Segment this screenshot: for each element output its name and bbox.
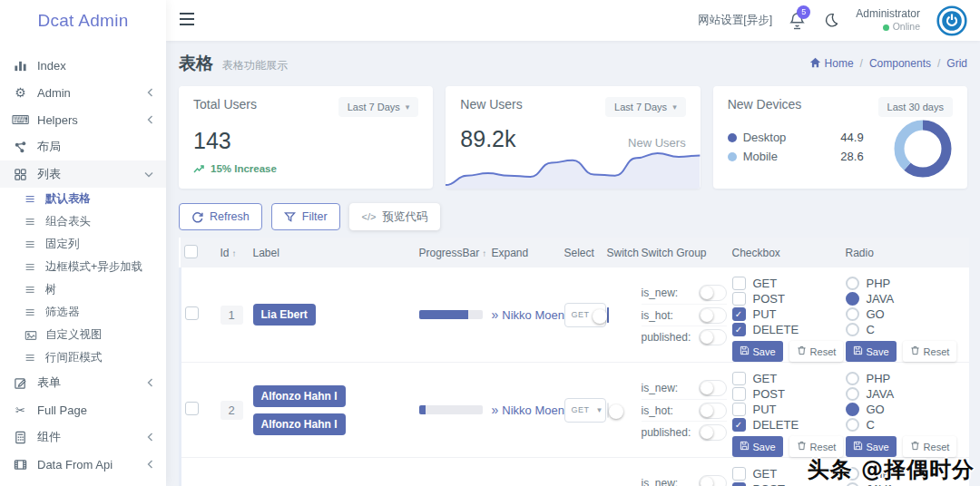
breadcrumb-item[interactable]: Home [809,57,854,71]
option-radio[interactable] [846,307,859,321]
row-checkbox[interactable] [185,402,199,415]
sidebar-item[interactable]: 列表 [0,160,166,188]
switch-label: is_hot: [642,404,699,417]
preview-code-button[interactable]: </> 预览代码 [349,203,441,230]
dark-mode-moon-icon[interactable] [823,13,839,29]
save-button[interactable]: Save [732,436,783,457]
option-checkbox[interactable]: ✓ [732,307,746,321]
breadcrumb-item[interactable]: Components [869,57,931,70]
avatar-power-logo[interactable] [936,5,967,36]
option-checkbox[interactable] [732,277,746,290]
group-switch[interactable] [699,380,727,396]
sidebar-subitem[interactable]: 边框模式+异步加载 [0,256,166,278]
filter-button[interactable]: Filter [271,203,340,230]
option-checkbox[interactable] [732,292,746,306]
option-label: GO [867,403,885,416]
sidebar-item-label: Helpers [37,113,78,127]
sort-up-icon[interactable]: ↑ [482,248,486,258]
option-label: POST [753,387,785,401]
sidebar-item[interactable]: 表单 [0,369,166,396]
group-switch[interactable] [699,475,727,486]
sidebar-item[interactable]: 组件 [0,423,166,451]
notifications-bell-icon[interactable]: 5 [789,11,807,31]
reset-button[interactable]: Reset [789,436,844,457]
row-id: 2 [220,401,243,420]
breadcrumb-item[interactable]: Grid [946,57,967,70]
period-dropdown[interactable]: Last 7 Days▾ [605,97,686,117]
sort-up-icon[interactable]: ↑ [232,248,237,258]
select-all-checkbox[interactable] [184,245,198,258]
group-switch[interactable] [699,424,727,441]
period-button[interactable]: Last 30 days [878,97,953,117]
table-header-row: Id↑LabelProgressBar↑ExpandSelectSwitchSw… [181,238,969,267]
sidebar-item[interactable]: ✂ Full Page [0,396,166,423]
sidebar-subitem[interactable]: 固定列 [0,233,166,256]
refresh-button[interactable]: Refresh [179,203,262,230]
hamburger-menu-icon[interactable] [179,12,199,30]
sidebar-item[interactable]: Data From Api [0,451,166,478]
save-button[interactable]: Save [846,341,897,362]
table-row: 2 Alfonzo Hahn IAlfonzo Hahn I »Nikko Mo… [181,363,969,458]
column-header[interactable]: Id↑ [217,238,250,267]
card-title: Total Users [193,97,257,112]
group-switch[interactable] [699,403,727,419]
sidebar-subitem[interactable]: 行间距模式 [0,346,166,369]
group-switch[interactable] [699,329,727,345]
option-radio[interactable] [846,403,859,416]
brand-logo[interactable]: Dcat Admin [0,0,166,41]
option-checkbox[interactable]: ✓ [732,323,746,336]
expand-link[interactable]: »Nikko Moen [492,308,564,322]
sidebar-subitem[interactable]: 默认表格 [0,188,166,210]
pencil-square-icon [13,375,28,390]
sidebar-subitem[interactable]: 组合表头 [0,210,166,233]
option-checkbox[interactable]: ✓ [732,418,746,432]
option-checkbox[interactable] [732,387,746,401]
user-status: Online [856,21,920,33]
method-select[interactable]: GET▼ [564,398,606,423]
option-checkbox[interactable] [732,467,746,481]
site-settings-link[interactable]: 网站设置[异步] [698,13,772,28]
sidebar-subitem[interactable]: 筛选器 [0,301,166,324]
option-radio[interactable] [846,372,859,385]
option-radio[interactable] [846,292,859,306]
option-checkbox[interactable]: ✓ [732,482,746,486]
sidebar-item[interactable]: Index [0,52,166,79]
card-title: New Users [460,97,522,112]
save-button[interactable]: Save [846,436,897,457]
reset-button[interactable]: Reset [903,341,957,362]
group-switch[interactable] [699,307,727,324]
switch-group-row: is_new: [642,377,727,399]
sidebar-item[interactable]: 布局 [0,133,166,160]
sidebar-subitem[interactable]: 树 [0,278,166,301]
save-floppy-icon [853,441,863,452]
sidebar-subitem-label: 默认表格 [45,191,91,207]
row-switch[interactable] [607,403,609,418]
sidebar-subitem[interactable]: 自定义视图 [0,324,166,346]
checkbox-option: GET [732,276,838,290]
option-checkbox[interactable] [732,403,746,416]
option-radio[interactable] [846,418,859,432]
film-icon [13,457,28,471]
option-checkbox[interactable] [732,372,746,385]
row-switch[interactable] [607,307,609,323]
bar-chart-icon [13,58,28,73]
sidebar-item[interactable]: ⌨ Helpers [0,106,166,133]
option-radio[interactable] [846,277,859,290]
switch-label: published: [642,331,699,344]
option-label: DELETE [753,323,799,336]
checkbox-option: ✓ DELETE [732,417,838,432]
expand-link[interactable]: »Nikko Moen [492,403,564,417]
column-header[interactable]: ProgressBar↑ [416,238,488,267]
row-checkbox[interactable] [185,306,199,320]
user-menu[interactable]: Administrator Online [856,7,920,33]
reset-button[interactable]: Reset [789,341,844,362]
group-switch[interactable] [699,285,727,301]
option-radio[interactable] [846,387,859,401]
reset-button[interactable]: Reset [903,436,957,457]
devices-donut-chart [893,119,953,179]
sidebar-item[interactable]: ⚙ Admin [0,79,166,106]
column-header: Expand [488,238,561,267]
save-button[interactable]: Save [732,341,783,362]
option-radio[interactable] [846,323,859,336]
period-dropdown[interactable]: Last 7 Days▾ [338,97,419,117]
